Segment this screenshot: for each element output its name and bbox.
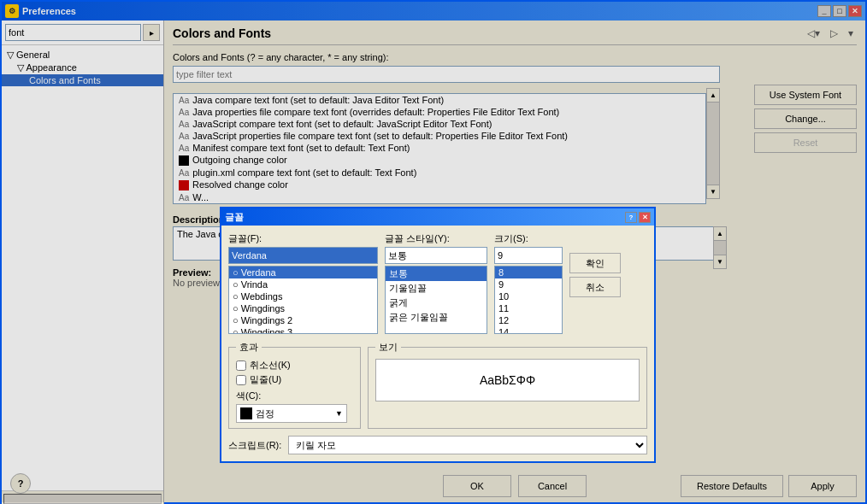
- color-swatch: [240, 407, 252, 419]
- dialog-title: 글꼴: [225, 211, 625, 224]
- confirm-buttons: 확인 취소: [569, 232, 621, 334]
- three-col-row: 글꼴(F): ○ Verdana ○ Vrinda ○ Webdings ○ W…: [228, 232, 647, 334]
- color-section: 색(C): 검정 ▼: [236, 390, 353, 423]
- underline-checkbox[interactable]: [236, 375, 246, 385]
- dialog-help-button[interactable]: ?: [625, 212, 637, 223]
- size-option-9[interactable]: 9: [495, 278, 562, 290]
- strikethrough-label: 취소선(K): [250, 359, 291, 372]
- strikethrough-checkbox[interactable]: [236, 360, 246, 371]
- font-dialog: 글꼴 ? ✕ 글꼴(F): ○ Verdana: [220, 207, 656, 463]
- style-option-normal[interactable]: 보통: [386, 267, 487, 281]
- dialog-ok-button[interactable]: 확인: [569, 253, 621, 273]
- preview-fieldset: 보기 AaBbΣΦΦ: [368, 341, 647, 429]
- size-option-11[interactable]: 11: [495, 302, 562, 314]
- script-select[interactable]: 키릴 자모: [288, 436, 647, 454]
- size-input[interactable]: [494, 247, 563, 264]
- size-option-8[interactable]: 8: [495, 267, 562, 278]
- font-list-select[interactable]: ○ Verdana ○ Vrinda ○ Webdings ○ Wingding…: [228, 266, 378, 334]
- underline-row: 밑줄(U): [236, 373, 353, 386]
- style-option-bold-italic[interactable]: 굵은 기울임꼴: [386, 310, 487, 325]
- script-section: 스크립트(R): 키릴 자모: [228, 436, 647, 454]
- size-option-10[interactable]: 10: [495, 290, 562, 302]
- dialog-cancel-button[interactable]: 취소: [569, 277, 621, 297]
- size-option-12[interactable]: 12: [495, 314, 562, 326]
- style-option-bold[interactable]: 굵게: [386, 296, 487, 310]
- style-label: 글꼴 스타일(Y):: [385, 232, 487, 245]
- font-option-vrinda[interactable]: ○ Vrinda: [229, 278, 377, 290]
- dialog-overlay: 글꼴 ? ✕ 글꼴(F): ○ Verdana: [2, 2, 865, 502]
- preview-legend: 보기: [375, 341, 401, 354]
- main-window: ⚙ Preferences _ □ ✕ ▸ ▽ General ▽ Appear…: [0, 0, 867, 504]
- strikethrough-row: 취소선(K): [236, 359, 353, 372]
- dialog-close-button[interactable]: ✕: [639, 212, 651, 223]
- effects-legend: 효과: [236, 341, 262, 354]
- dialog-controls: ? ✕: [625, 212, 651, 223]
- color-dropdown-icon: ▼: [335, 409, 343, 418]
- size-option-14[interactable]: 14: [495, 326, 562, 334]
- font-input[interactable]: [228, 247, 378, 264]
- size-label: 크기(S):: [494, 232, 563, 245]
- size-list-select[interactable]: 8 9 10 11 12 14 16 18: [494, 266, 563, 334]
- color-value: 검정: [256, 407, 274, 420]
- style-column: 글꼴 스타일(Y): 보통 기울임꼴 굵게 굵은 기울임꼴: [385, 232, 487, 334]
- color-select[interactable]: 검정 ▼: [236, 404, 347, 423]
- font-column: 글꼴(F): ○ Verdana ○ Vrinda ○ Webdings ○ W…: [228, 232, 378, 334]
- style-input[interactable]: [385, 247, 487, 264]
- style-list-select[interactable]: 보통 기울임꼴 굵게 굵은 기울임꼴: [385, 266, 487, 334]
- font-label: 글꼴(F):: [228, 232, 378, 245]
- font-option-webdings[interactable]: ○ Webdings: [229, 290, 377, 302]
- dialog-content: 글꼴(F): ○ Verdana ○ Vrinda ○ Webdings ○ W…: [221, 226, 654, 461]
- dialog-title-bar: 글꼴 ? ✕: [221, 208, 654, 226]
- font-option-verdana[interactable]: ○ Verdana: [229, 267, 377, 278]
- font-option-wingdings2[interactable]: ○ Wingdings 2: [229, 314, 377, 326]
- font-option-wingdings[interactable]: ○ Wingdings: [229, 302, 377, 314]
- effects-fieldset: 효과 취소선(K) 밑줄(U) 색(C):: [228, 341, 361, 429]
- size-column: 크기(S): 8 9 10 11 12 14 16 18: [494, 232, 563, 334]
- underline-label: 밑줄(U): [250, 373, 281, 386]
- color-label: 색(C):: [236, 390, 353, 402]
- style-option-italic[interactable]: 기울임꼴: [386, 281, 487, 296]
- script-label: 스크립트(R):: [228, 439, 281, 452]
- font-option-wingdings3[interactable]: ○ Wingdings 3: [229, 326, 377, 334]
- effects-preview-row: 효과 취소선(K) 밑줄(U) 색(C):: [228, 341, 647, 429]
- preview-display: AaBbΣΦΦ: [375, 359, 640, 401]
